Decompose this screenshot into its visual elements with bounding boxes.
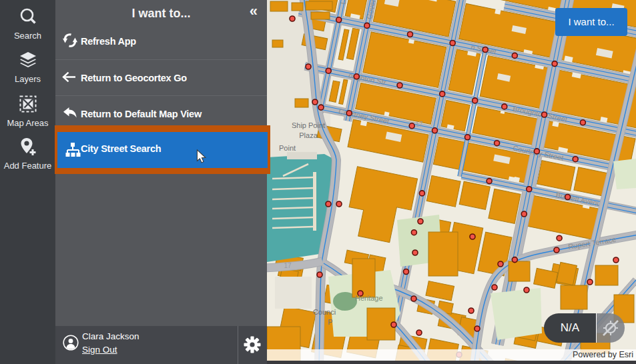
svg-text:Point: Point — [279, 144, 296, 152]
svg-text:17: 17 — [415, 121, 423, 128]
svg-text:Heritage: Heritage — [355, 294, 383, 302]
svg-text:Ship Point: Ship Point — [292, 121, 325, 129]
svg-text:P: P — [328, 318, 332, 326]
svg-text:Counci: Counci — [313, 308, 336, 316]
svg-text:17: 17 — [284, 262, 292, 269]
svg-text:Plaza: Plaza — [299, 131, 318, 139]
